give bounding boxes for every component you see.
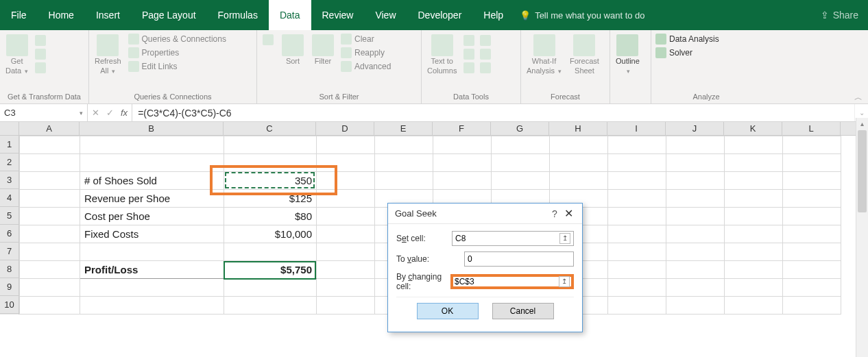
remove-duplicates-button[interactable] — [462, 48, 476, 60]
properties-button[interactable]: Properties — [127, 47, 228, 59]
advanced-filter-button[interactable]: Advanced — [339, 60, 392, 73]
solver-button[interactable]: Solver — [654, 47, 721, 59]
cell-J3[interactable] — [666, 172, 725, 190]
cell-C7[interactable] — [224, 243, 317, 261]
cell-C3[interactable]: 350 — [224, 172, 317, 190]
column-header-H[interactable]: H — [549, 122, 607, 135]
cell-I9[interactable] — [608, 279, 666, 297]
tab-insert[interactable]: Insert — [85, 0, 131, 30]
row-header-9[interactable]: 9 — [0, 278, 19, 296]
cell-A10[interactable] — [20, 297, 80, 315]
column-header-J[interactable]: J — [666, 122, 724, 135]
cell-K5[interactable] — [725, 208, 783, 225]
cell-E3[interactable] — [375, 172, 433, 190]
cell-L7[interactable] — [783, 243, 841, 261]
cell-I7[interactable] — [608, 243, 666, 261]
tab-formulas[interactable]: Formulas — [207, 0, 269, 30]
cell-H2[interactable] — [550, 154, 608, 172]
sort-az-button[interactable] — [260, 33, 276, 47]
cell-L1[interactable] — [783, 136, 841, 154]
vertical-scrollbar[interactable]: ▴ — [856, 118, 868, 357]
name-box-dropdown-icon[interactable]: ▾ — [80, 110, 83, 116]
cell-L5[interactable] — [783, 208, 841, 225]
cell-C8[interactable]: $5,750 — [224, 261, 317, 279]
by-changing-cell-value[interactable] — [455, 277, 557, 286]
column-header-C[interactable]: C — [224, 122, 316, 135]
cell-J7[interactable] — [666, 243, 725, 261]
cell-A9[interactable] — [20, 279, 80, 297]
cell-A7[interactable] — [20, 243, 80, 261]
cell-A1[interactable] — [20, 136, 80, 154]
cell-A2[interactable] — [20, 154, 80, 172]
cell-D10[interactable] — [317, 297, 375, 315]
row-header-1[interactable]: 1 — [0, 136, 19, 153]
formula-cancel-icon[interactable]: ✕ — [92, 108, 99, 118]
cell-I6[interactable] — [608, 225, 666, 243]
row-header-8[interactable]: 8 — [0, 260, 19, 278]
fx-icon[interactable]: fx — [121, 108, 128, 118]
cell-E2[interactable] — [375, 154, 433, 172]
row-header-6[interactable]: 6 — [0, 225, 19, 243]
cell-J1[interactable] — [666, 136, 725, 154]
by-changing-refpicker-icon[interactable]: ↥ — [559, 276, 570, 287]
cell-D5[interactable] — [317, 208, 375, 225]
cell-B7[interactable] — [80, 243, 224, 261]
cell-L4[interactable] — [783, 190, 841, 208]
tab-file[interactable]: File — [0, 0, 38, 30]
cell-L2[interactable] — [783, 154, 841, 172]
cell-L8[interactable] — [783, 261, 841, 279]
cell-I4[interactable] — [608, 190, 666, 208]
name-box[interactable]: C3 ▾ — [0, 104, 88, 121]
cell-B3[interactable]: # of Shoes Sold — [80, 172, 224, 190]
column-header-A[interactable]: A — [19, 122, 80, 135]
tab-home[interactable]: Home — [38, 0, 85, 30]
cell-D2[interactable] — [317, 154, 375, 172]
formula-enter-icon[interactable]: ✓ — [106, 108, 114, 118]
column-header-I[interactable]: I — [607, 122, 666, 135]
cell-L9[interactable] — [783, 279, 841, 297]
cell-K4[interactable] — [725, 190, 783, 208]
cell-K3[interactable] — [725, 172, 783, 190]
cell-A4[interactable] — [20, 190, 80, 208]
tab-review[interactable]: Review — [311, 0, 365, 30]
cell-K8[interactable] — [725, 261, 783, 279]
to-value-value[interactable] — [468, 254, 570, 264]
dialog-help-icon[interactable]: ? — [548, 208, 562, 219]
column-header-F[interactable]: F — [433, 122, 491, 135]
cell-B5[interactable]: Cost per Shoe — [80, 208, 224, 225]
relationships-button[interactable] — [479, 48, 492, 60]
cell-G1[interactable] — [492, 136, 550, 154]
scroll-up-icon[interactable]: ▴ — [856, 118, 868, 130]
scroll-thumb[interactable] — [858, 130, 867, 212]
set-cell-refpicker-icon[interactable]: ↥ — [559, 233, 570, 244]
text-to-columns-button[interactable]: Text toColumns — [424, 33, 459, 77]
cell-I3[interactable] — [608, 172, 666, 190]
clear-filter-button[interactable]: Clear — [339, 33, 392, 45]
consolidate-button[interactable] — [479, 34, 492, 47]
cell-K9[interactable] — [725, 279, 783, 297]
share-button[interactable]: ⇪ Share — [821, 0, 858, 30]
dialog-close-icon[interactable]: ✕ — [562, 207, 575, 220]
row-header-10[interactable]: 10 — [0, 296, 19, 314]
cell-I8[interactable] — [608, 261, 666, 279]
cell-G3[interactable] — [492, 172, 550, 190]
from-table-button[interactable] — [34, 62, 47, 74]
cell-B9[interactable] — [80, 279, 224, 297]
by-changing-cell-input[interactable]: ↥ — [450, 274, 574, 289]
what-if-analysis-button[interactable]: What-IfAnalysis — [524, 33, 564, 77]
tab-data[interactable]: Data — [269, 0, 311, 30]
tab-help[interactable]: Help — [472, 0, 514, 30]
column-header-L[interactable]: L — [782, 122, 841, 135]
cell-K6[interactable] — [725, 225, 783, 243]
cell-L3[interactable] — [783, 172, 841, 190]
cell-C6[interactable]: $10,000 — [224, 225, 317, 243]
cell-J5[interactable] — [666, 208, 725, 225]
cell-K1[interactable] — [725, 136, 783, 154]
set-cell-value[interactable] — [455, 234, 558, 243]
outline-button[interactable]: Outline — [613, 33, 642, 77]
cell-D3[interactable] — [317, 172, 375, 190]
cell-I2[interactable] — [608, 154, 666, 172]
cell-D7[interactable] — [317, 243, 375, 261]
cell-J6[interactable] — [666, 225, 725, 243]
tell-me-search[interactable]: 💡 Tell me what you want to do — [520, 0, 821, 30]
